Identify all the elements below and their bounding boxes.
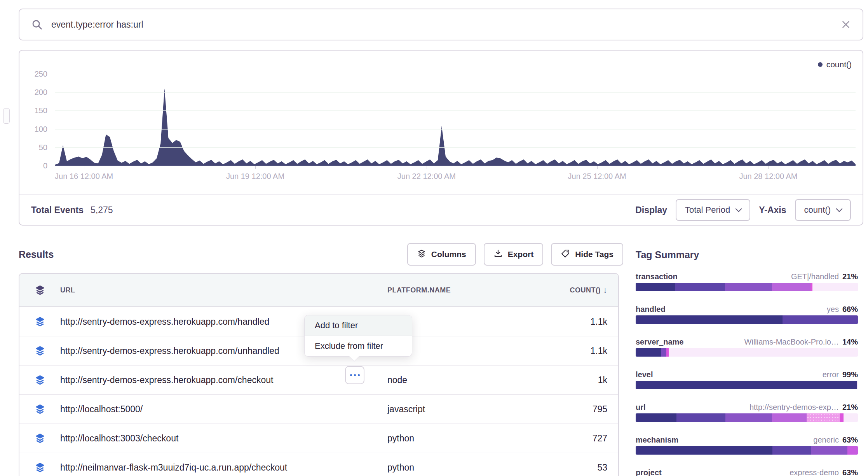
row-url[interactable]: http://localhost:5000/ [60, 404, 387, 415]
column-header-platform[interactable]: PLATFORM.NAME [387, 286, 556, 294]
tag-bar-segment[interactable] [636, 348, 661, 357]
discover-results-page: event.type:error has:url count() 0501001… [0, 0, 868, 476]
gridline [55, 92, 856, 93]
tag-bar-segment[interactable] [669, 348, 858, 357]
row-count[interactable]: 1k [556, 375, 618, 385]
total-events-value: 5,275 [91, 205, 113, 215]
gridline [55, 110, 856, 111]
table-row[interactable]: http://localhost:5000/ javascript 795 [19, 395, 618, 424]
table-row[interactable]: http://neilmanvar-flask-m3uuizd7iq-uc.a.… [19, 453, 618, 476]
tag-top-value[interactable]: Williams-MacBook-Pro.lo… [744, 337, 839, 347]
search-icon [31, 19, 43, 30]
display-select[interactable]: Total Period [676, 199, 750, 221]
x-axis-tickmark [255, 166, 256, 169]
x-axis-tick: Jun 19 12:00 AM [226, 172, 284, 181]
stack-icon[interactable] [35, 285, 45, 296]
row-actions-ellipsis-button[interactable] [345, 366, 364, 384]
panel-drag-handle[interactable] [3, 108, 10, 124]
tag-bar-segment[interactable] [636, 381, 857, 389]
chart-x-axis: Jun 16 12:00 AMJun 19 12:00 AMJun 22 12:… [55, 172, 856, 184]
tag-bar [636, 283, 858, 291]
row-platform[interactable]: javascript [387, 404, 556, 415]
search-input[interactable]: event.type:error has:url [51, 19, 832, 30]
row-platform[interactable]: python [387, 433, 556, 444]
clear-search-icon[interactable] [841, 19, 851, 30]
tag-bar-segment[interactable] [636, 283, 675, 291]
results-heading: Results [19, 249, 54, 260]
tag-entry: url http://sentry-demos-exp… 21% [636, 402, 858, 422]
tag-bar-segment[interactable] [636, 315, 783, 324]
tag-bar-segment[interactable] [636, 446, 772, 455]
tag-top-value[interactable]: http://sentry-demos-exp… [749, 402, 839, 412]
tag-percent: 66% [842, 304, 858, 314]
tag-bar-segment[interactable] [840, 413, 844, 422]
x-axis-tick: Jun 22 12:00 AM [397, 172, 456, 181]
row-platform[interactable]: python [387, 462, 556, 473]
hide-tags-button[interactable]: Hide Tags [551, 243, 623, 266]
y-axis-select[interactable]: count() [795, 199, 851, 221]
tag-label[interactable]: server_name [636, 337, 683, 347]
y-axis-tick: 0 [19, 161, 47, 170]
tag-bar-segment[interactable] [857, 381, 858, 389]
chart-plot[interactable] [55, 59, 856, 166]
row-count[interactable]: 727 [556, 433, 618, 444]
export-button[interactable]: Export [484, 243, 544, 266]
tag-entry: transaction GET|/handled 21% [636, 271, 858, 291]
table-row[interactable]: http://sentry-demos-express.herokuapp.co… [19, 366, 618, 395]
x-axis-tickmark [84, 166, 84, 169]
columns-button-label: Columns [431, 250, 466, 259]
row-url[interactable]: http://sentry-demos-express.herokuapp.co… [60, 375, 387, 385]
tag-entries: transaction GET|/handled 21% handled yes… [636, 271, 858, 476]
tag-label[interactable]: url [636, 402, 646, 412]
tag-bar-segment[interactable] [772, 413, 807, 422]
tag-bar-segment[interactable] [675, 283, 725, 291]
columns-button[interactable]: Columns [407, 243, 476, 266]
tag-top-value[interactable]: GET|/handled [791, 271, 839, 282]
tag-label[interactable]: mechanism [636, 435, 678, 445]
row-count[interactable]: 53 [556, 462, 618, 473]
tag-percent: 63% [842, 467, 858, 476]
x-axis-line [55, 166, 856, 166]
tag-top-value[interactable]: express-demo [790, 467, 839, 476]
tag-bar-segment[interactable] [807, 413, 840, 422]
tag-bar-segment[interactable] [783, 315, 858, 324]
tag-bar-segment[interactable] [772, 446, 811, 455]
cell-action-menu: Add to filter Exclude from filter [304, 315, 412, 357]
tag-bar-segment[interactable] [636, 413, 676, 422]
gridline [55, 129, 856, 130]
row-platform[interactable]: node [387, 375, 556, 385]
tag-top-value[interactable]: generic [813, 435, 839, 445]
menu-item-exclude-from-filter[interactable]: Exclude from filter [305, 336, 412, 356]
tag-top-value[interactable]: error [823, 369, 839, 380]
tag-label[interactable]: handled [636, 304, 666, 314]
tag-top-value[interactable]: yes [827, 304, 839, 314]
x-axis-tickmark [597, 166, 598, 169]
tag-label[interactable]: transaction [636, 271, 678, 282]
tag-bar-segment[interactable] [725, 283, 772, 291]
search-bar[interactable]: event.type:error has:url [19, 9, 863, 40]
table-row[interactable]: http://localhost:3003/checkout python 72… [19, 424, 618, 453]
stack-icon [35, 345, 45, 356]
tag-bar-segment[interactable] [844, 413, 858, 422]
x-axis-tickmark [427, 166, 427, 169]
event-count-area-chart [55, 59, 856, 166]
menu-item-add-to-filter[interactable]: Add to filter [305, 315, 412, 336]
row-count[interactable]: 1.1k [556, 317, 618, 327]
tag-bar [636, 348, 858, 357]
tag-bar-segment[interactable] [812, 283, 858, 291]
tag-label[interactable]: level [636, 369, 653, 380]
row-count[interactable]: 795 [556, 404, 618, 415]
row-count[interactable]: 1.1k [556, 346, 618, 356]
tag-bar-segment[interactable] [847, 446, 858, 455]
stack-icon [417, 249, 426, 260]
column-header-count[interactable]: COUNT() ↓ [556, 285, 618, 295]
tag-bar-segment[interactable] [772, 283, 810, 291]
row-url[interactable]: http://neilmanvar-flask-m3uuizd7iq-uc.a.… [60, 462, 387, 473]
tag-bar-segment[interactable] [676, 413, 725, 422]
tag-label[interactable]: project [636, 467, 662, 476]
tag-bar-segment[interactable] [725, 413, 772, 422]
tag-bar-segment[interactable] [661, 348, 666, 357]
row-url[interactable]: http://localhost:3003/checkout [60, 433, 387, 444]
column-header-url[interactable]: URL [60, 286, 387, 294]
tag-bar-segment[interactable] [811, 446, 847, 455]
